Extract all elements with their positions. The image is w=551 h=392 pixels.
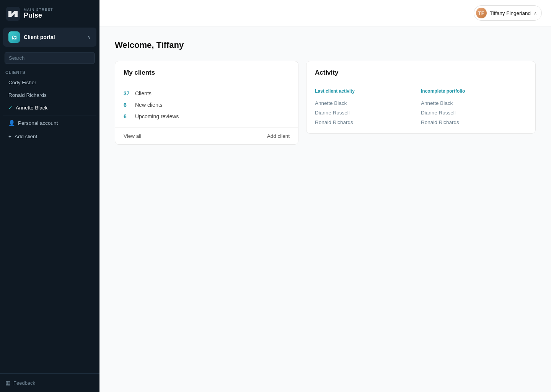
- chevron-down-icon: ∨: [88, 34, 91, 40]
- activity-columns: Last client activity Annette Black Diann…: [306, 82, 535, 133]
- stat-row-upcoming-reviews: 6 Upcoming reviews: [124, 111, 290, 122]
- activity-dianne-russell-1[interactable]: Dianne Russell: [315, 108, 421, 118]
- avatar: TF: [476, 8, 487, 18]
- stat-number-clients: 37: [124, 90, 131, 96]
- my-clients-title: My clients: [124, 69, 155, 76]
- logo-area: MAIN STREET Pulse: [0, 0, 99, 28]
- activity-annette-black-2[interactable]: Annette Black: [421, 98, 527, 108]
- feedback-row[interactable]: ▦ Feedback: [0, 373, 99, 392]
- personal-account-row[interactable]: 👤 Personal account: [3, 116, 96, 130]
- add-client-sidebar-label: Add client: [15, 134, 37, 139]
- client-portal-toggle[interactable]: 🗂 Client portal ∨: [3, 28, 96, 47]
- stats-list: 37 Clients 6 New clients 6 Upcoming revi…: [115, 82, 298, 127]
- view-all-link[interactable]: View all: [124, 133, 141, 139]
- last-client-activity-header: Last client activity: [315, 88, 421, 94]
- portal-icon: 🗂: [8, 31, 20, 43]
- topbar: TF Tiffany Fingerland ∧: [99, 0, 551, 26]
- logo-text: MAIN STREET Pulse: [24, 8, 53, 20]
- feedback-icon: ▦: [5, 380, 10, 386]
- activity-ronald-richards-1[interactable]: Ronald Richards: [315, 118, 421, 127]
- my-clients-footer: View all Add client: [115, 127, 298, 144]
- user-chevron-icon: ∧: [534, 11, 537, 16]
- welcome-heading: Welcome, Tiffany: [115, 40, 536, 50]
- activity-header: Activity: [306, 61, 535, 82]
- add-client-button[interactable]: Add client: [267, 133, 290, 139]
- stat-label-clients: Clients: [135, 90, 152, 96]
- stat-row-new-clients: 6 New clients: [124, 99, 290, 111]
- clients-section-label: Clients: [0, 67, 99, 76]
- activity-dianne-russell-2[interactable]: Dianne Russell: [421, 108, 527, 118]
- search-container: [0, 50, 99, 67]
- annette-black-name: Annette Black: [16, 105, 47, 111]
- person-icon: 👤: [8, 120, 15, 126]
- sidebar-item-annette-black[interactable]: ✓ Annette Black: [3, 102, 96, 114]
- client-portal-label: Client portal: [24, 34, 55, 40]
- sidebar-item-cody-fisher[interactable]: Cody Fisher: [3, 77, 96, 88]
- activity-title: Activity: [315, 69, 338, 76]
- ronald-richards-name: Ronald Richards: [8, 92, 47, 98]
- incomplete-portfolio-col: Incomplete portfolio Annette Black Diann…: [421, 88, 527, 127]
- main-content: TF Tiffany Fingerland ∧ Welcome, Tiffany…: [99, 0, 551, 392]
- search-input[interactable]: [5, 52, 95, 64]
- logo-icon: [6, 7, 20, 21]
- incomplete-portfolio-header: Incomplete portfolio: [421, 88, 527, 94]
- last-client-activity-col: Last client activity Annette Black Diann…: [315, 88, 421, 127]
- cody-fisher-name: Cody Fisher: [8, 80, 36, 85]
- activity-ronald-richards-2[interactable]: Ronald Richards: [421, 118, 527, 127]
- feedback-label: Feedback: [13, 380, 35, 386]
- activity-annette-black-1[interactable]: Annette Black: [315, 98, 421, 108]
- user-pill[interactable]: TF Tiffany Fingerland ∧: [474, 5, 542, 21]
- activity-card: Activity Last client activity Annette Bl…: [306, 61, 536, 134]
- my-clients-header: My clients: [115, 61, 298, 82]
- sidebar-item-ronald-richards[interactable]: Ronald Richards: [3, 89, 96, 101]
- stat-number-new-clients: 6: [124, 102, 131, 108]
- my-clients-card: My clients 37 Clients 6 New clients 6 Up…: [115, 61, 298, 145]
- stat-number-upcoming-reviews: 6: [124, 113, 131, 119]
- cards-row: My clients 37 Clients 6 New clients 6 Up…: [115, 61, 536, 145]
- stat-label-new-clients: New clients: [135, 102, 163, 108]
- personal-account-label: Personal account: [18, 120, 58, 126]
- user-name: Tiffany Fingerland: [490, 10, 531, 16]
- stat-label-upcoming-reviews: Upcoming reviews: [135, 113, 179, 119]
- add-client-sidebar-row[interactable]: + Add client: [3, 130, 96, 143]
- logo-pulse: Pulse: [24, 12, 53, 20]
- checkmark-icon: ✓: [8, 105, 13, 111]
- content-area: Welcome, Tiffany My clients 37 Clients 6…: [99, 26, 551, 158]
- stat-row-clients: 37 Clients: [124, 88, 290, 99]
- sidebar: MAIN STREET Pulse 🗂 Client portal ∨ Clie…: [0, 0, 99, 392]
- plus-icon: +: [8, 134, 11, 139]
